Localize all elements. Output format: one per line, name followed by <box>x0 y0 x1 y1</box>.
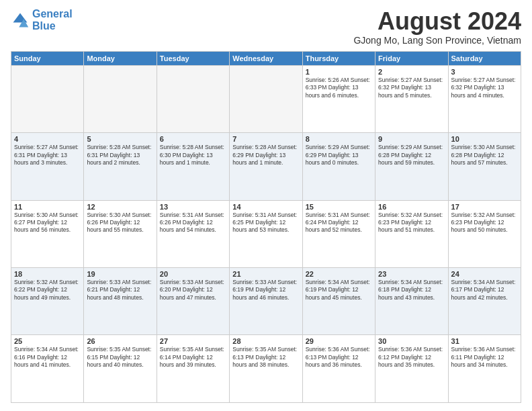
calendar-cell: 26Sunrise: 5:35 AM Sunset: 6:15 PM Dayli… <box>84 335 157 403</box>
calendar-cell: 31Sunrise: 5:36 AM Sunset: 6:11 PM Dayli… <box>448 335 521 403</box>
day-number: 9 <box>378 135 445 143</box>
calendar-cell: 12Sunrise: 5:30 AM Sunset: 6:26 PM Dayli… <box>84 200 157 267</box>
calendar-week-2: 4Sunrise: 5:27 AM Sunset: 6:31 PM Daylig… <box>11 133 521 200</box>
calendar-cell: 20Sunrise: 5:33 AM Sunset: 6:20 PM Dayli… <box>157 268 229 335</box>
day-info: Sunrise: 5:33 AM Sunset: 6:20 PM Dayligh… <box>160 279 226 302</box>
calendar-cell <box>11 65 84 132</box>
day-number: 29 <box>306 337 372 345</box>
calendar-header-thursday: Thursday <box>302 51 375 65</box>
day-info: Sunrise: 5:35 AM Sunset: 6:13 PM Dayligh… <box>232 346 299 369</box>
day-info: Sunrise: 5:34 AM Sunset: 6:16 PM Dayligh… <box>14 346 81 369</box>
day-number: 18 <box>14 270 81 278</box>
calendar-table: SundayMondayTuesdayWednesdayThursdayFrid… <box>11 51 521 403</box>
day-info: Sunrise: 5:34 AM Sunset: 6:19 PM Dayligh… <box>306 279 372 302</box>
calendar-cell: 21Sunrise: 5:33 AM Sunset: 6:19 PM Dayli… <box>230 268 302 335</box>
day-info: Sunrise: 5:27 AM Sunset: 6:32 PM Dayligh… <box>378 77 445 99</box>
calendar-cell: 1Sunrise: 5:26 AM Sunset: 6:33 PM Daylig… <box>302 65 375 132</box>
day-number: 21 <box>232 270 299 278</box>
calendar-header-row: SundayMondayTuesdayWednesdayThursdayFrid… <box>11 51 521 65</box>
day-info: Sunrise: 5:30 AM Sunset: 6:28 PM Dayligh… <box>451 144 518 167</box>
calendar-cell <box>84 65 157 132</box>
calendar-cell: 29Sunrise: 5:36 AM Sunset: 6:13 PM Dayli… <box>302 335 375 403</box>
day-number: 12 <box>87 203 153 211</box>
calendar-cell: 4Sunrise: 5:27 AM Sunset: 6:31 PM Daylig… <box>11 133 84 200</box>
day-number: 3 <box>451 68 518 76</box>
calendar-cell: 7Sunrise: 5:28 AM Sunset: 6:29 PM Daylig… <box>230 133 302 200</box>
day-number: 5 <box>87 135 153 143</box>
calendar-cell: 30Sunrise: 5:36 AM Sunset: 6:12 PM Dayli… <box>375 335 448 403</box>
title-block: August 2024 GJong Mo, Lang Son Province,… <box>353 8 521 46</box>
day-number: 30 <box>378 337 445 345</box>
calendar-cell: 14Sunrise: 5:31 AM Sunset: 6:25 PM Dayli… <box>230 200 302 267</box>
calendar-cell: 16Sunrise: 5:32 AM Sunset: 6:23 PM Dayli… <box>375 200 448 267</box>
day-number: 27 <box>160 337 226 345</box>
day-number: 11 <box>14 203 81 211</box>
calendar-cell: 13Sunrise: 5:31 AM Sunset: 6:26 PM Dayli… <box>157 200 229 267</box>
calendar-cell: 23Sunrise: 5:34 AM Sunset: 6:18 PM Dayli… <box>375 268 448 335</box>
day-info: Sunrise: 5:33 AM Sunset: 6:19 PM Dayligh… <box>232 279 299 302</box>
day-info: Sunrise: 5:31 AM Sunset: 6:26 PM Dayligh… <box>160 212 226 234</box>
calendar-cell: 27Sunrise: 5:35 AM Sunset: 6:14 PM Dayli… <box>157 335 229 403</box>
calendar-header-tuesday: Tuesday <box>157 51 229 65</box>
logo-icon <box>11 11 30 30</box>
day-info: Sunrise: 5:27 AM Sunset: 6:31 PM Dayligh… <box>14 144 81 167</box>
day-number: 2 <box>378 68 445 76</box>
page: General Blue August 2024 GJong Mo, Lang … <box>0 0 532 411</box>
day-number: 1 <box>306 68 372 76</box>
day-number: 8 <box>306 135 372 143</box>
day-number: 14 <box>232 203 299 211</box>
day-info: Sunrise: 5:35 AM Sunset: 6:14 PM Dayligh… <box>160 346 226 369</box>
day-info: Sunrise: 5:34 AM Sunset: 6:17 PM Dayligh… <box>451 279 518 302</box>
day-number: 26 <box>87 337 153 345</box>
main-title: August 2024 <box>353 8 521 35</box>
day-info: Sunrise: 5:31 AM Sunset: 6:24 PM Dayligh… <box>306 212 372 234</box>
day-info: Sunrise: 5:33 AM Sunset: 6:21 PM Dayligh… <box>87 279 153 302</box>
logo-line2: Blue <box>32 20 56 32</box>
calendar-cell: 10Sunrise: 5:30 AM Sunset: 6:28 PM Dayli… <box>448 133 521 200</box>
calendar-cell: 22Sunrise: 5:34 AM Sunset: 6:19 PM Dayli… <box>302 268 375 335</box>
day-info: Sunrise: 5:29 AM Sunset: 6:28 PM Dayligh… <box>378 144 445 167</box>
logo-text: General Blue <box>32 8 73 32</box>
day-number: 10 <box>451 135 518 143</box>
calendar-cell: 18Sunrise: 5:32 AM Sunset: 6:22 PM Dayli… <box>11 268 84 335</box>
day-number: 20 <box>160 270 226 278</box>
day-number: 25 <box>14 337 81 345</box>
day-info: Sunrise: 5:36 AM Sunset: 6:13 PM Dayligh… <box>306 346 372 369</box>
day-info: Sunrise: 5:36 AM Sunset: 6:11 PM Dayligh… <box>451 346 518 369</box>
day-number: 28 <box>232 337 299 345</box>
calendar-header-saturday: Saturday <box>448 51 521 65</box>
day-number: 6 <box>160 135 226 143</box>
day-number: 13 <box>160 203 226 211</box>
calendar-week-3: 11Sunrise: 5:30 AM Sunset: 6:27 PM Dayli… <box>11 200 521 267</box>
logo: General Blue <box>11 8 73 32</box>
calendar-cell <box>230 65 302 132</box>
calendar-header-monday: Monday <box>84 51 157 65</box>
day-number: 16 <box>378 203 445 211</box>
calendar-cell: 3Sunrise: 5:27 AM Sunset: 6:32 PM Daylig… <box>448 65 521 132</box>
calendar-cell: 6Sunrise: 5:28 AM Sunset: 6:30 PM Daylig… <box>157 133 229 200</box>
day-info: Sunrise: 5:26 AM Sunset: 6:33 PM Dayligh… <box>306 77 372 99</box>
day-number: 7 <box>232 135 299 143</box>
day-info: Sunrise: 5:34 AM Sunset: 6:18 PM Dayligh… <box>378 279 445 302</box>
calendar-week-4: 18Sunrise: 5:32 AM Sunset: 6:22 PM Dayli… <box>11 268 521 335</box>
day-number: 31 <box>451 337 518 345</box>
day-number: 19 <box>87 270 153 278</box>
calendar-cell: 19Sunrise: 5:33 AM Sunset: 6:21 PM Dayli… <box>84 268 157 335</box>
day-number: 23 <box>378 270 445 278</box>
day-info: Sunrise: 5:35 AM Sunset: 6:15 PM Dayligh… <box>87 346 153 369</box>
day-info: Sunrise: 5:32 AM Sunset: 6:23 PM Dayligh… <box>378 212 445 234</box>
day-number: 17 <box>451 203 518 211</box>
calendar-cell: 25Sunrise: 5:34 AM Sunset: 6:16 PM Dayli… <box>11 335 84 403</box>
day-info: Sunrise: 5:30 AM Sunset: 6:26 PM Dayligh… <box>87 212 153 234</box>
day-info: Sunrise: 5:32 AM Sunset: 6:23 PM Dayligh… <box>451 212 518 234</box>
calendar-header-wednesday: Wednesday <box>230 51 302 65</box>
svg-marker-0 <box>13 13 28 22</box>
day-number: 24 <box>451 270 518 278</box>
calendar-header-friday: Friday <box>375 51 448 65</box>
day-info: Sunrise: 5:28 AM Sunset: 6:29 PM Dayligh… <box>232 144 299 167</box>
day-info: Sunrise: 5:29 AM Sunset: 6:29 PM Dayligh… <box>306 144 372 167</box>
day-info: Sunrise: 5:28 AM Sunset: 6:31 PM Dayligh… <box>87 144 153 167</box>
calendar-cell: 2Sunrise: 5:27 AM Sunset: 6:32 PM Daylig… <box>375 65 448 132</box>
logo-line1: General <box>32 8 73 19</box>
calendar-week-5: 25Sunrise: 5:34 AM Sunset: 6:16 PM Dayli… <box>11 335 521 403</box>
